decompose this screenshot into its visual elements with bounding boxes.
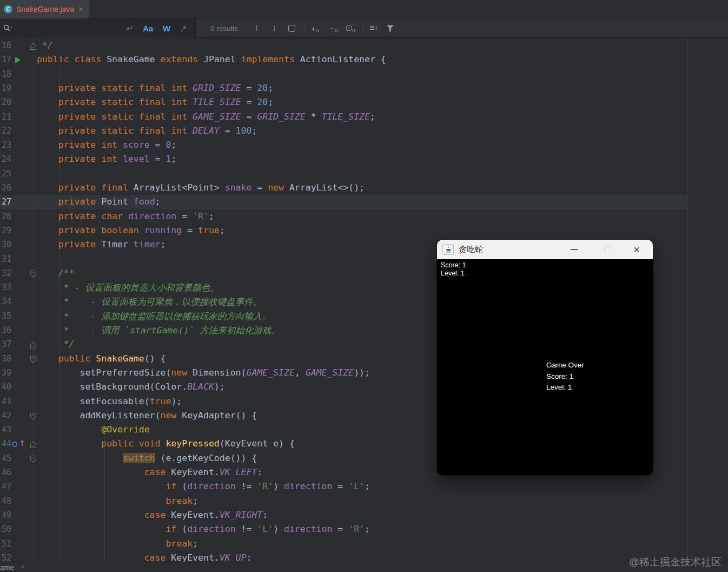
fold-marker-icon[interactable]	[30, 270, 37, 280]
code-text: private static final int TILE_SIZE = 20;	[37, 97, 273, 107]
code-text: case KeyEvent.VK_UP:	[37, 553, 252, 562]
code-text: */	[37, 40, 53, 50]
fold-marker-icon[interactable]	[30, 412, 37, 423]
previous-occurrence-button[interactable]: ↑	[254, 18, 259, 38]
game-hud: Score: 1 Level: 1	[441, 261, 466, 278]
code-text: break;	[37, 496, 198, 506]
code-line-26[interactable]: 26 private final ArrayList<Point> snake …	[0, 181, 728, 195]
regex-toggle[interactable]: .*	[181, 18, 186, 38]
code-line-23[interactable]: 23 private int score = 0;	[0, 139, 728, 153]
line-number: 36	[2, 325, 23, 335]
line-number: 28	[2, 212, 23, 221]
code-text: case KeyEvent.VK_RIGHT:	[37, 510, 268, 520]
tab-title: SnakeGame.java	[16, 5, 74, 14]
code-line-24[interactable]: 24 private int level = 1;	[0, 153, 728, 167]
code-line-27[interactable]: 27 private Point food;	[0, 195, 728, 209]
line-number: 40	[2, 382, 23, 392]
code-text: * - 添加键盘监听器以便捕获玩家的方向输入。	[37, 311, 271, 323]
line-number: 33	[2, 282, 23, 292]
final-level-text: Level: 1	[546, 383, 572, 391]
watermark: @稀土掘金技术社区	[629, 555, 722, 569]
code-text: private boolean running = true;	[37, 225, 225, 235]
code-line-52[interactable]: 52 case KeyEvent.VK_UP:	[0, 551, 728, 562]
tab-close-icon[interactable]: ×	[78, 5, 83, 14]
line-number: 38	[2, 354, 23, 364]
code-line-25[interactable]: 25	[0, 167, 728, 181]
line-number: 37	[2, 339, 23, 349]
code-text: setFocusable(true);	[37, 396, 182, 406]
line-number: 46	[2, 468, 23, 477]
minimize-button[interactable]	[567, 240, 581, 259]
search-in-selection-icon[interactable]: ≡I	[369, 18, 377, 38]
filter-icon[interactable]	[386, 18, 394, 38]
insert-newline-icon[interactable]	[125, 18, 134, 38]
code-text: private Point food;	[37, 196, 161, 207]
final-score-text: Score: 1	[546, 372, 573, 380]
code-text: * - 设置面板为可聚焦，以便接收键盘事件。	[37, 296, 262, 308]
code-text: private static final int GRID_SIZE = 20;	[37, 83, 273, 93]
code-text: * - 调用 `startGame()` 方法来初始化游戏。	[37, 325, 280, 337]
next-occurrence-button[interactable]: ↓	[272, 18, 277, 38]
bottom-tab-close-icon[interactable]: ×	[21, 563, 24, 571]
line-number: 22	[2, 126, 23, 136]
code-line-20[interactable]: 20 private static final int TILE_SIZE = …	[0, 96, 728, 110]
line-number: 16	[2, 41, 23, 50]
code-line-21[interactable]: 21 private static final int GAME_SIZE = …	[0, 110, 728, 124]
line-number: 30	[2, 240, 23, 249]
code-line-28[interactable]: 28 private char direction = 'R';	[0, 210, 728, 224]
game-over-text: Game Over	[546, 361, 584, 369]
match-case-toggle[interactable]: Aa	[143, 18, 153, 38]
remove-occurrence-icon[interactable]: −II	[329, 18, 338, 38]
code-line-29[interactable]: 29 private boolean running = true;	[0, 224, 728, 238]
game-window-titlebar[interactable]: 贪吃蛇 ×	[437, 240, 653, 259]
code-text: private static final int GAME_SIZE = GRI…	[37, 111, 375, 122]
code-line-49[interactable]: 49 case KeyEvent.VK_RIGHT:	[0, 509, 728, 523]
close-button[interactable]: ×	[630, 240, 644, 259]
line-number: 29	[2, 226, 23, 235]
code-text: */	[37, 339, 75, 349]
code-text: break;	[37, 538, 198, 549]
code-line-18[interactable]: 18	[0, 68, 728, 82]
tab-snakegame-java[interactable]: C SnakeGame.java ×	[0, 0, 89, 18]
open-in-find-window-icon[interactable]	[288, 18, 295, 38]
line-number: 24	[2, 154, 23, 164]
fold-marker-icon[interactable]	[30, 356, 37, 366]
maximize-button[interactable]	[600, 240, 614, 259]
java-class-icon: C	[4, 5, 12, 14]
code-line-17[interactable]: 17public class SnakeGame extends JPanel …	[0, 53, 728, 67]
line-number: 31	[2, 254, 23, 264]
code-line-51[interactable]: 51 break;	[0, 537, 728, 551]
code-line-50[interactable]: 50 if (direction != 'L') direction = 'R'…	[0, 523, 728, 537]
code-text: public SnakeGame() {	[37, 353, 166, 364]
code-line-47[interactable]: 47 if (direction != 'R') direction = 'L'…	[0, 480, 728, 494]
code-text: addKeyListener(new KeyAdapter() {	[37, 410, 257, 420]
code-text: setBackground(Color.BLACK);	[37, 382, 225, 392]
code-text: public class SnakeGame extends JPanel im…	[37, 54, 386, 64]
line-number: 27	[2, 197, 23, 207]
snake-game-window[interactable]: 贪吃蛇 × Score: 1 Level: 1 Game Over Score:…	[437, 240, 653, 475]
select-all-occurrences-icon[interactable]: ✓II	[346, 18, 355, 38]
find-toolbar: Aa W .* 0 results ↑ ↓ +II −II ✓II ≡I	[0, 18, 728, 38]
add-occurrence-icon[interactable]: +II	[311, 18, 320, 38]
code-text: if (direction != 'L') direction = 'R';	[37, 524, 370, 534]
fold-marker-icon[interactable]	[30, 455, 37, 465]
code-line-16[interactable]: 16 */	[0, 39, 728, 53]
line-number: 42	[2, 411, 23, 420]
java-app-icon	[442, 244, 454, 255]
search-input[interactable]: Aa W .*	[0, 18, 196, 38]
code-text: private final ArrayList<Point> snake = n…	[37, 182, 365, 193]
code-line-22[interactable]: 22 private static final int DELAY = 100;	[0, 124, 728, 139]
line-number: 48	[2, 496, 23, 506]
fold-marker-icon[interactable]	[30, 341, 37, 351]
code-line-48[interactable]: 48 break;	[0, 495, 728, 509]
code-line-19[interactable]: 19 private static final int GRID_SIZE = …	[0, 82, 728, 96]
bottom-tab-game[interactable]: ame	[0, 563, 14, 571]
whole-words-toggle[interactable]: W	[163, 18, 170, 38]
search-icon[interactable]	[3, 18, 14, 38]
hud-score: Score: 1	[441, 261, 466, 269]
code-text: case KeyEvent.VK_LEFT:	[37, 467, 262, 477]
fold-marker-icon[interactable]	[30, 42, 37, 52]
code-text: switch (e.getKeyCode()) {	[37, 453, 257, 463]
fold-marker-icon[interactable]	[30, 440, 37, 451]
run-class-icon[interactable]	[15, 57, 21, 63]
